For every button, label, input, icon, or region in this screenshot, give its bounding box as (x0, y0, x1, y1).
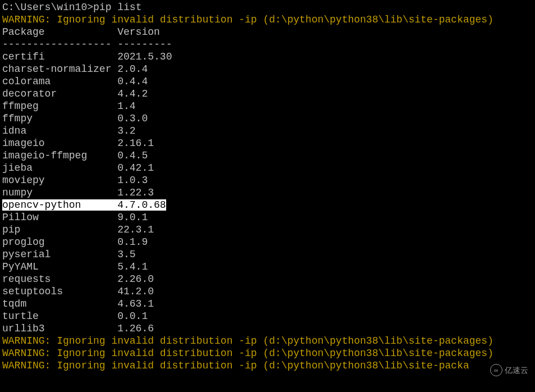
package-row: Pillow9.0.1 (2, 211, 533, 224)
package-name: moviepy (2, 174, 117, 186)
package-row: tqdm4.63.1 (2, 298, 533, 310)
package-version: 2.26.0 (117, 273, 154, 285)
package-row: charset-normalizer2.0.4 (2, 63, 533, 75)
package-row: requests2.26.0 (2, 273, 533, 285)
package-name: ffmpy (2, 112, 117, 125)
package-name: jieba (2, 162, 117, 174)
warning-lines-bottom: WARNING: Ignoring invalid distribution -… (2, 335, 533, 372)
package-row: opencv-python4.7.0.68 (2, 199, 533, 211)
package-row: PyYAML5.4.1 (2, 261, 533, 273)
package-row: ffmpy0.3.0 (2, 112, 533, 125)
package-version: 0.1.9 (117, 236, 148, 248)
package-row: setuptools41.2.0 (2, 285, 533, 298)
terminal-output: C:\Users\win10>pip list WARNING: Ignorin… (0, 0, 535, 373)
package-version: 0.4.4 (117, 75, 148, 88)
package-row: jieba0.42.1 (2, 162, 533, 174)
package-name: imageio-ffmpeg (2, 149, 117, 162)
package-row: ffmpeg1.4 (2, 100, 533, 112)
package-row: imageio-ffmpeg0.4.5 (2, 149, 533, 162)
warning-line: WARNING: Ignoring invalid distribution -… (2, 335, 533, 347)
package-row: turtle0.0.1 (2, 310, 533, 322)
package-version: 2.16.1 (117, 137, 154, 149)
package-name: setuptools (2, 285, 117, 298)
package-version: 3.5 (117, 248, 135, 261)
pip-list-divider: --------------------------- (2, 38, 533, 51)
package-row: certifi2021.5.30 (2, 51, 533, 63)
package-name: idna (2, 125, 117, 137)
package-name: opencv-python (2, 199, 117, 211)
package-name: requests (2, 273, 117, 285)
package-name: turtle (2, 310, 117, 322)
package-name: urllib3 (2, 322, 117, 335)
warning-line: WARNING: Ignoring invalid distribution -… (2, 359, 533, 372)
package-name: Pillow (2, 211, 117, 224)
package-name: PyYAML (2, 261, 117, 273)
package-version: 4.63.1 (117, 298, 154, 310)
package-row: numpy1.22.3 (2, 186, 533, 199)
package-version: 1.4 (117, 100, 135, 112)
package-name: ffmpeg (2, 100, 117, 112)
package-version: 2.0.4 (117, 63, 148, 75)
package-version: 0.0.1 (117, 310, 148, 322)
package-version: 0.4.5 (117, 149, 148, 162)
command-prompt-line: C:\Users\win10>pip list (2, 1, 533, 13)
divider-package: ------------------ (2, 38, 117, 51)
package-version: 9.0.1 (117, 211, 148, 224)
package-name: decorator (2, 88, 117, 100)
package-row: colorama0.4.4 (2, 75, 533, 88)
package-row: pip22.3.1 (2, 224, 533, 236)
package-name: imageio (2, 137, 117, 149)
package-version: 1.22.3 (117, 186, 154, 199)
highlighted-package: opencv-python4.7.0.68 (2, 199, 166, 211)
package-name: tqdm (2, 298, 117, 310)
header-package: Package (2, 26, 117, 38)
package-version: 5.4.1 (117, 261, 148, 273)
package-name: pyserial (2, 248, 117, 261)
warning-line-top: WARNING: Ignoring invalid distribution -… (2, 13, 533, 26)
package-name: certifi (2, 51, 117, 63)
package-version: 1.26.6 (117, 322, 154, 335)
package-version: 3.2 (117, 125, 135, 137)
package-row: decorator4.4.2 (2, 88, 533, 100)
package-version: 0.3.0 (117, 112, 148, 125)
warning-line: WARNING: Ignoring invalid distribution -… (2, 347, 533, 359)
package-name: charset-normalizer (2, 63, 117, 75)
package-row: proglog0.1.9 (2, 236, 533, 248)
divider-version: --------- (117, 38, 172, 51)
package-version: 1.0.3 (117, 174, 148, 186)
package-version: 41.2.0 (117, 285, 154, 298)
package-row: moviepy1.0.3 (2, 174, 533, 186)
package-version: 22.3.1 (117, 224, 154, 236)
pip-list-header: PackageVersion (2, 26, 533, 38)
package-version: 0.42.1 (117, 162, 154, 174)
package-row: urllib31.26.6 (2, 322, 533, 335)
package-row: imageio2.16.1 (2, 137, 533, 149)
package-name: colorama (2, 75, 117, 88)
package-name: numpy (2, 186, 117, 199)
package-name: proglog (2, 236, 117, 248)
header-version: Version (117, 26, 160, 38)
package-version: 4.4.2 (117, 88, 148, 100)
package-list: certifi2021.5.30charset-normalizer2.0.4c… (2, 51, 533, 335)
package-version: 2021.5.30 (117, 51, 172, 63)
package-name: pip (2, 224, 117, 236)
package-row: idna3.2 (2, 125, 533, 137)
package-version: 4.7.0.68 (117, 199, 166, 211)
package-row: pyserial3.5 (2, 248, 533, 261)
